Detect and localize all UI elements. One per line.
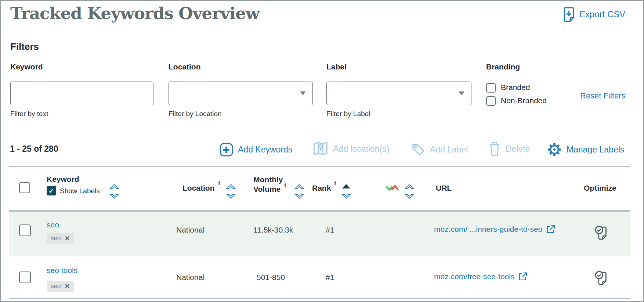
caret-down-icon bbox=[459, 91, 464, 95]
table-row bbox=[9, 212, 630, 256]
keyword-link[interactable]: seo tools bbox=[47, 266, 77, 275]
sort-rank-change-icon[interactable] bbox=[405, 183, 414, 200]
trash-icon bbox=[488, 141, 501, 157]
keyword-filter-label: Keyword bbox=[10, 62, 43, 71]
column-header-rank[interactable]: Rank bbox=[312, 184, 331, 193]
non-branded-checkbox-label: Non-Branded bbox=[501, 96, 547, 105]
show-labels-label: Show Labels bbox=[60, 187, 100, 195]
export-csv-label: Export CSV bbox=[579, 9, 625, 19]
export-csv-button[interactable]: Export CSV bbox=[563, 6, 625, 23]
divider bbox=[9, 166, 630, 167]
external-link-icon[interactable] bbox=[546, 224, 556, 234]
keyword-link[interactable]: seo bbox=[47, 220, 59, 229]
non-branded-checkbox[interactable] bbox=[486, 96, 496, 106]
column-header-keyword[interactable]: Keyword bbox=[47, 175, 79, 184]
rank-change-icon bbox=[385, 184, 402, 193]
location-filter-help: Filter by Location bbox=[169, 110, 222, 118]
row-checkbox[interactable] bbox=[19, 272, 31, 283]
gear-icon bbox=[547, 142, 562, 157]
url-link[interactable]: moz.com/free-seo-tools bbox=[434, 272, 514, 281]
add-locations-button[interactable]: Add location(s) bbox=[313, 140, 389, 157]
delete-label: Delete bbox=[506, 144, 530, 154]
monthly-volume-cell: 501-850 bbox=[257, 273, 285, 282]
label-filter-label: Label bbox=[326, 62, 347, 71]
row-checkbox[interactable] bbox=[19, 224, 31, 236]
branded-checkbox[interactable] bbox=[486, 83, 496, 93]
manage-labels-label: Manage Labels bbox=[567, 145, 624, 155]
label-chip: seo ✕ bbox=[47, 281, 74, 292]
label-filter-help: Filter by Label bbox=[326, 110, 370, 118]
tag-icon bbox=[411, 143, 425, 157]
url-cell: moz.com/ ...inners-guide-to-seo bbox=[434, 224, 556, 234]
column-header-location[interactable]: Location bbox=[182, 184, 215, 193]
sort-rank-active-icon[interactable] bbox=[341, 183, 351, 200]
info-icon[interactable]: i bbox=[218, 180, 220, 187]
label-filter-dropdown[interactable] bbox=[326, 82, 471, 105]
page-title: Tracked Keywords Overview bbox=[10, 4, 260, 23]
caret-down-icon bbox=[300, 91, 306, 95]
sort-keyword-icon[interactable] bbox=[109, 183, 119, 200]
reset-filters-link[interactable]: Reset Filters bbox=[580, 91, 625, 101]
map-pin-icon bbox=[313, 141, 328, 157]
location-cell: National bbox=[176, 273, 205, 282]
add-keywords-button[interactable]: Add Keywords bbox=[220, 141, 292, 158]
add-keywords-label: Add Keywords bbox=[238, 145, 292, 155]
info-icon[interactable]: i bbox=[284, 182, 286, 189]
plus-icon bbox=[220, 143, 233, 157]
column-header-optimize: Optimize bbox=[584, 184, 616, 193]
info-icon[interactable]: i bbox=[334, 180, 336, 187]
divider bbox=[9, 298, 630, 299]
monthly-volume-cell: 11.5k-30.3k bbox=[253, 226, 293, 234]
branded-checkbox-label: Branded bbox=[501, 83, 530, 92]
keyword-filter-help: Filter by text bbox=[10, 110, 48, 118]
select-all-checkbox[interactable] bbox=[19, 182, 30, 193]
label-chip: seo ✕ bbox=[47, 233, 74, 244]
sort-volume-icon[interactable] bbox=[294, 183, 304, 200]
show-labels-checkbox[interactable]: ✓ bbox=[47, 186, 56, 195]
add-label-label: Add Label bbox=[430, 145, 468, 155]
keyword-filter-input[interactable] bbox=[11, 82, 163, 105]
sort-location-icon[interactable] bbox=[226, 183, 236, 200]
chip-remove-icon[interactable]: ✕ bbox=[64, 283, 70, 290]
label-chip-text: seo bbox=[51, 235, 61, 242]
external-link-icon[interactable] bbox=[518, 272, 528, 281]
filters-heading: Filters bbox=[10, 41, 39, 53]
location-cell: National bbox=[176, 226, 205, 234]
url-link[interactable]: moz.com/ ...inners-guide-to-seo bbox=[434, 225, 542, 234]
pagination-count: 1 - 25 of 280 bbox=[10, 144, 58, 154]
optimize-icon[interactable] bbox=[593, 269, 611, 287]
delete-button[interactable]: Delete bbox=[488, 140, 530, 157]
add-locations-label: Add location(s) bbox=[333, 144, 389, 154]
location-filter-label: Location bbox=[169, 62, 201, 71]
manage-labels-button[interactable]: Manage Labels bbox=[547, 141, 624, 158]
export-csv-icon bbox=[563, 7, 575, 22]
rank-cell: #1 bbox=[326, 226, 334, 234]
chip-remove-icon[interactable]: ✕ bbox=[64, 235, 70, 242]
location-filter-dropdown[interactable] bbox=[169, 82, 313, 105]
url-cell: moz.com/free-seo-tools bbox=[434, 272, 528, 281]
column-header-url[interactable]: URL bbox=[436, 184, 452, 193]
rank-cell: #1 bbox=[326, 273, 334, 282]
label-chip-text: seo bbox=[51, 283, 61, 290]
add-label-button[interactable]: Add Label bbox=[411, 141, 468, 158]
optimize-icon[interactable] bbox=[593, 224, 611, 242]
keyword-filter-field bbox=[10, 82, 153, 105]
tracked-keywords-page: Tracked Keywords Overview Export CSV Fil… bbox=[0, 0, 644, 302]
branding-label: Branding bbox=[486, 62, 520, 71]
